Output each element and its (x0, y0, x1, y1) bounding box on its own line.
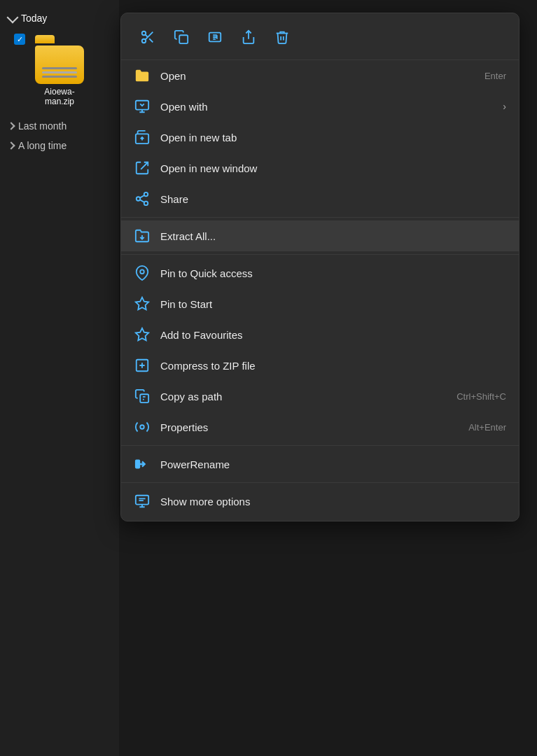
power-rename-menu-item[interactable]: PowerRename (121, 449, 519, 479)
share-label: Share (160, 193, 506, 205)
chevron-down-icon (7, 11, 19, 23)
separator-2 (121, 254, 519, 255)
copy-path-icon (134, 388, 151, 405)
open-menu-item[interactable]: Open Enter (121, 60, 519, 91)
properties-icon (134, 419, 151, 435)
pin-quick-icon (134, 265, 151, 281)
properties-shortcut: Alt+Enter (468, 422, 506, 433)
extract-icon (134, 227, 151, 244)
a-long-time-label: A long time (18, 140, 67, 151)
chevron-right-icon-2 (7, 141, 15, 149)
delete-button[interactable] (267, 22, 298, 52)
open-with-icon (134, 98, 151, 115)
extract-all-label: Extract All... (160, 230, 506, 242)
svg-point-6 (137, 197, 141, 201)
add-favourites-icon (134, 326, 151, 343)
svg-rect-15 (136, 496, 148, 505)
file-name: Aioewa-man.zip (32, 87, 88, 106)
copy-path-label: Copy as path (160, 391, 447, 402)
pin-start-menu-item[interactable]: Pin to Start (121, 288, 519, 319)
share-toolbar-button[interactable] (233, 22, 264, 52)
open-label: Open (160, 70, 475, 82)
svg-point-10 (140, 270, 144, 274)
pin-quick-label: Pin to Quick access (160, 267, 506, 279)
checkbox-check-icon: ✓ (17, 36, 23, 43)
open-icon (134, 67, 151, 84)
explorer-panel: Today ✓ Aioewa-man.zip Last mon (0, 0, 119, 756)
separator-3 (121, 445, 519, 446)
last-month-group[interactable]: Last month (0, 116, 119, 136)
compress-zip-label: Compress to ZIP file (160, 360, 506, 372)
open-new-window-icon (134, 160, 151, 176)
open-new-tab-icon (134, 129, 151, 146)
open-with-menu-item[interactable]: Open with › (121, 91, 519, 122)
open-new-tab-label: Open in new tab (160, 132, 506, 144)
open-shortcut: Enter (484, 71, 506, 81)
show-more-label: Show more options (160, 496, 506, 507)
chevron-right-icon (7, 122, 15, 130)
power-rename-icon (134, 456, 151, 472)
separator-4 (121, 482, 519, 483)
svg-rect-12 (140, 394, 148, 402)
a-long-time-group[interactable]: A long time (0, 136, 119, 155)
show-more-icon (134, 493, 151, 510)
compress-zip-menu-item[interactable]: Compress to ZIP file (121, 350, 519, 381)
properties-label: Properties (160, 421, 459, 433)
today-header[interactable]: Today (8, 13, 111, 24)
pin-start-label: Pin to Start (160, 298, 506, 310)
arrow-icon: › (503, 101, 506, 112)
file-item[interactable]: ✓ Aioewa-man.zip (8, 31, 111, 111)
zip-folder-icon (35, 35, 84, 84)
power-rename-label: PowerRename (160, 458, 506, 470)
extract-all-menu-item[interactable]: Extract All... (121, 220, 519, 251)
svg-rect-14 (136, 461, 140, 468)
open-with-label: Open with (160, 101, 493, 113)
open-new-window-label: Open in new window (160, 162, 506, 174)
checkbox: ✓ (14, 34, 25, 45)
svg-line-8 (140, 200, 144, 202)
context-menu: Open Enter Open with › Open in new tab (120, 13, 519, 522)
open-new-tab-menu-item[interactable]: Open in new tab (121, 122, 519, 153)
copy-path-menu-item[interactable]: Copy as path Ctrl+Shift+C (121, 381, 519, 412)
svg-line-9 (140, 195, 144, 198)
svg-point-7 (144, 202, 148, 206)
add-favourites-label: Add to Favourites (160, 329, 506, 341)
toolbar-row (121, 18, 519, 60)
pin-start-icon (134, 295, 151, 312)
copy-button[interactable] (166, 22, 197, 52)
today-label: Today (21, 13, 47, 24)
pin-quick-menu-item[interactable]: Pin to Quick access (121, 258, 519, 288)
rename-button[interactable] (200, 22, 230, 52)
svg-rect-0 (179, 35, 188, 43)
open-new-window-menu-item[interactable]: Open in new window (121, 153, 519, 183)
separator-1 (121, 217, 519, 218)
cut-button[interactable] (132, 22, 163, 52)
copy-path-shortcut: Ctrl+Shift+C (456, 391, 506, 402)
svg-point-13 (140, 425, 144, 429)
share-menu-item[interactable]: Share (121, 183, 519, 214)
today-group: Today ✓ Aioewa-man.zip (0, 7, 119, 116)
share-icon (134, 190, 151, 207)
svg-point-5 (144, 192, 148, 197)
show-more-menu-item[interactable]: Show more options (121, 486, 519, 517)
properties-menu-item[interactable]: Properties Alt+Enter (121, 412, 519, 442)
last-month-label: Last month (18, 120, 67, 132)
add-favourites-menu-item[interactable]: Add to Favourites (121, 319, 519, 350)
compress-zip-icon (134, 357, 151, 374)
